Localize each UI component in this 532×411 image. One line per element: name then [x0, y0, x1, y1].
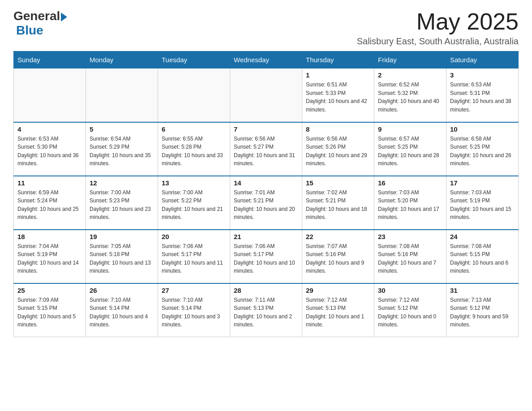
calendar-cell — [230, 68, 302, 122]
day-info: Sunrise: 6:56 AM Sunset: 5:26 PM Dayligh… — [306, 135, 370, 168]
day-number: 28 — [234, 287, 298, 294]
day-info: Sunrise: 7:13 AM Sunset: 5:12 PM Dayligh… — [450, 296, 515, 329]
day-number: 8 — [306, 125, 370, 133]
calendar-cell: 8Sunrise: 6:56 AM Sunset: 5:26 PM Daylig… — [302, 122, 374, 176]
day-number: 22 — [306, 233, 370, 240]
calendar-cell: 23Sunrise: 7:08 AM Sunset: 5:16 PM Dayli… — [374, 230, 446, 283]
calendar-week-row: 4Sunrise: 6:53 AM Sunset: 5:30 PM Daylig… — [14, 122, 519, 176]
day-number: 20 — [162, 233, 226, 240]
day-number: 13 — [162, 179, 226, 187]
day-info: Sunrise: 7:03 AM Sunset: 5:19 PM Dayligh… — [450, 188, 515, 222]
day-info: Sunrise: 6:59 AM Sunset: 5:24 PM Dayligh… — [17, 188, 82, 222]
day-info: Sunrise: 7:12 AM Sunset: 5:13 PM Dayligh… — [306, 296, 370, 329]
day-number: 14 — [234, 179, 298, 187]
day-number: 3 — [450, 71, 515, 79]
day-number: 12 — [90, 179, 154, 187]
calendar-cell: 12Sunrise: 7:00 AM Sunset: 5:23 PM Dayli… — [86, 176, 158, 230]
calendar-cell: 1Sunrise: 6:51 AM Sunset: 5:33 PM Daylig… — [302, 68, 374, 122]
day-number: 31 — [450, 287, 515, 294]
calendar-cell: 11Sunrise: 6:59 AM Sunset: 5:24 PM Dayli… — [14, 176, 86, 230]
calendar-cell: 6Sunrise: 6:55 AM Sunset: 5:28 PM Daylig… — [158, 122, 230, 176]
day-info: Sunrise: 7:02 AM Sunset: 5:21 PM Dayligh… — [306, 188, 370, 222]
calendar-cell: 31Sunrise: 7:13 AM Sunset: 5:12 PM Dayli… — [446, 283, 519, 337]
calendar-cell: 22Sunrise: 7:07 AM Sunset: 5:16 PM Dayli… — [302, 230, 374, 283]
day-number: 1 — [306, 71, 370, 79]
calendar-header-row: SundayMondayTuesdayWednesdayThursdayFrid… — [14, 51, 519, 68]
day-number: 9 — [378, 125, 442, 133]
calendar-cell: 15Sunrise: 7:02 AM Sunset: 5:21 PM Dayli… — [302, 176, 374, 230]
day-info: Sunrise: 6:55 AM Sunset: 5:28 PM Dayligh… — [162, 135, 226, 168]
weekday-header-wednesday: Wednesday — [230, 51, 302, 68]
day-info: Sunrise: 7:01 AM Sunset: 5:21 PM Dayligh… — [234, 188, 298, 222]
day-info: Sunrise: 7:06 AM Sunset: 5:17 PM Dayligh… — [234, 242, 298, 275]
calendar-week-row: 11Sunrise: 6:59 AM Sunset: 5:24 PM Dayli… — [14, 176, 519, 230]
day-number: 30 — [378, 287, 442, 294]
day-number: 29 — [306, 287, 370, 294]
calendar-cell: 21Sunrise: 7:06 AM Sunset: 5:17 PM Dayli… — [230, 230, 302, 283]
day-number: 25 — [17, 287, 82, 294]
day-number: 10 — [450, 125, 515, 133]
logo-general-text: General — [13, 9, 60, 23]
calendar-week-row: 18Sunrise: 7:04 AM Sunset: 5:19 PM Dayli… — [14, 230, 519, 283]
calendar-cell: 2Sunrise: 6:52 AM Sunset: 5:32 PM Daylig… — [374, 68, 446, 122]
day-info: Sunrise: 6:51 AM Sunset: 5:33 PM Dayligh… — [306, 81, 370, 114]
day-number: 24 — [450, 233, 515, 240]
calendar-cell: 27Sunrise: 7:10 AM Sunset: 5:14 PM Dayli… — [158, 283, 230, 337]
day-info: Sunrise: 7:11 AM Sunset: 5:13 PM Dayligh… — [234, 296, 298, 329]
calendar-cell: 24Sunrise: 7:08 AM Sunset: 5:15 PM Dayli… — [446, 230, 519, 283]
day-info: Sunrise: 6:58 AM Sunset: 5:25 PM Dayligh… — [450, 135, 515, 168]
day-number: 5 — [90, 125, 154, 133]
calendar-cell — [86, 68, 158, 122]
calendar-cell: 9Sunrise: 6:57 AM Sunset: 5:25 PM Daylig… — [374, 122, 446, 176]
day-number: 11 — [17, 179, 82, 187]
day-info: Sunrise: 7:08 AM Sunset: 5:15 PM Dayligh… — [450, 242, 515, 275]
weekday-header-friday: Friday — [374, 51, 446, 68]
title-section: May 2025 Salisbury East, South Australia… — [357, 9, 519, 47]
calendar-week-row: 1Sunrise: 6:51 AM Sunset: 5:33 PM Daylig… — [14, 68, 519, 122]
calendar-cell: 25Sunrise: 7:09 AM Sunset: 5:15 PM Dayli… — [14, 283, 86, 337]
day-info: Sunrise: 7:10 AM Sunset: 5:14 PM Dayligh… — [162, 296, 226, 329]
day-info: Sunrise: 7:05 AM Sunset: 5:18 PM Dayligh… — [90, 242, 154, 275]
day-number: 6 — [162, 125, 226, 133]
calendar-cell: 20Sunrise: 7:06 AM Sunset: 5:17 PM Dayli… — [158, 230, 230, 283]
day-number: 26 — [90, 287, 154, 294]
day-number: 4 — [17, 125, 82, 133]
calendar-cell: 17Sunrise: 7:03 AM Sunset: 5:19 PM Dayli… — [446, 176, 519, 230]
day-info: Sunrise: 6:57 AM Sunset: 5:25 PM Dayligh… — [378, 135, 442, 168]
calendar-cell: 3Sunrise: 6:53 AM Sunset: 5:31 PM Daylig… — [446, 68, 519, 122]
weekday-header-monday: Monday — [86, 51, 158, 68]
day-info: Sunrise: 7:09 AM Sunset: 5:15 PM Dayligh… — [17, 296, 82, 329]
calendar-cell: 19Sunrise: 7:05 AM Sunset: 5:18 PM Dayli… — [86, 230, 158, 283]
logo: General Blue — [13, 9, 67, 38]
day-info: Sunrise: 7:12 AM Sunset: 5:12 PM Dayligh… — [378, 296, 442, 329]
day-info: Sunrise: 6:52 AM Sunset: 5:32 PM Dayligh… — [378, 81, 442, 114]
day-info: Sunrise: 7:00 AM Sunset: 5:23 PM Dayligh… — [90, 188, 154, 222]
day-number: 17 — [450, 179, 515, 187]
day-info: Sunrise: 7:00 AM Sunset: 5:22 PM Dayligh… — [162, 188, 226, 222]
day-info: Sunrise: 6:54 AM Sunset: 5:29 PM Dayligh… — [90, 135, 154, 168]
page-header: General Blue May 2025 Salisbury East, So… — [13, 9, 519, 47]
day-number: 19 — [90, 233, 154, 240]
calendar-week-row: 25Sunrise: 7:09 AM Sunset: 5:15 PM Dayli… — [14, 283, 519, 337]
day-info: Sunrise: 6:53 AM Sunset: 5:30 PM Dayligh… — [17, 135, 82, 168]
calendar-table: SundayMondayTuesdayWednesdayThursdayFrid… — [13, 51, 519, 337]
weekday-header-tuesday: Tuesday — [158, 51, 230, 68]
day-number: 18 — [17, 233, 82, 240]
calendar-cell: 4Sunrise: 6:53 AM Sunset: 5:30 PM Daylig… — [14, 122, 86, 176]
calendar-cell: 5Sunrise: 6:54 AM Sunset: 5:29 PM Daylig… — [86, 122, 158, 176]
day-number: 23 — [378, 233, 442, 240]
day-number: 2 — [378, 71, 442, 79]
month-year-title: May 2025 — [357, 9, 519, 34]
day-info: Sunrise: 7:03 AM Sunset: 5:20 PM Dayligh… — [378, 188, 442, 222]
weekday-header-sunday: Sunday — [14, 51, 86, 68]
calendar-cell: 7Sunrise: 6:56 AM Sunset: 5:27 PM Daylig… — [230, 122, 302, 176]
day-info: Sunrise: 6:56 AM Sunset: 5:27 PM Dayligh… — [234, 135, 298, 168]
calendar-cell — [158, 68, 230, 122]
day-info: Sunrise: 7:07 AM Sunset: 5:16 PM Dayligh… — [306, 242, 370, 275]
day-number: 16 — [378, 179, 442, 187]
calendar-cell — [14, 68, 86, 122]
calendar-cell: 13Sunrise: 7:00 AM Sunset: 5:22 PM Dayli… — [158, 176, 230, 230]
calendar-cell: 16Sunrise: 7:03 AM Sunset: 5:20 PM Dayli… — [374, 176, 446, 230]
day-info: Sunrise: 7:10 AM Sunset: 5:14 PM Dayligh… — [90, 296, 154, 329]
calendar-cell: 30Sunrise: 7:12 AM Sunset: 5:12 PM Dayli… — [374, 283, 446, 337]
